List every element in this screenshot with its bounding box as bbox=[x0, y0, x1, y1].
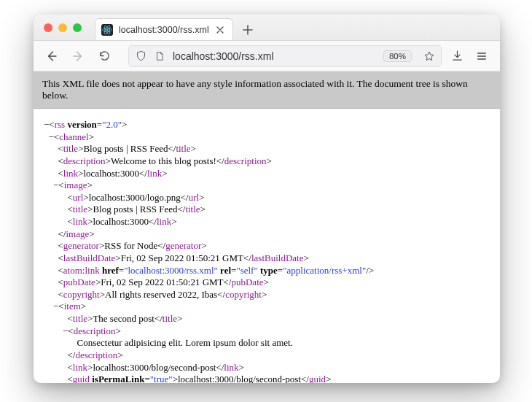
attr-type-val: "application/rss+xml" bbox=[283, 265, 366, 276]
attr-href: href bbox=[102, 265, 119, 276]
channel-title: Blog posts | RSS Feed bbox=[83, 143, 168, 154]
reload-button[interactable] bbox=[93, 45, 115, 67]
attr-ispermalink: isPermaLink bbox=[92, 374, 144, 383]
item-title: The second post bbox=[93, 313, 154, 324]
tab-title: localhost:3000/rss.xml bbox=[119, 25, 209, 35]
image-url: localhost:3000/logo.png bbox=[89, 192, 181, 203]
toolbar-right bbox=[446, 45, 493, 67]
last-build-date: Fri, 02 Sep 2022 01:50:21 GMT bbox=[121, 252, 243, 263]
copyright: All rights reserved 2022, Ibas bbox=[105, 289, 217, 300]
attr-ispermalink-val: "true" bbox=[150, 374, 173, 383]
attr-href-val: "localhost:3000/rss.xml" bbox=[124, 265, 218, 276]
url-bar[interactable]: localhost:3000/rss.xml 80% bbox=[128, 45, 442, 67]
maximize-window-button[interactable] bbox=[73, 23, 82, 32]
item-guid: localhost:3000/blog/second-post bbox=[178, 374, 301, 383]
close-window-button[interactable] bbox=[44, 23, 52, 32]
item-description: Consectetur adipisicing elit. Lorem ipsu… bbox=[77, 337, 293, 348]
browser-window: localhost:3000/rss.xml bbox=[34, 15, 500, 383]
tab-close-button[interactable] bbox=[215, 25, 225, 35]
channel-link: localhost:3000 bbox=[83, 168, 139, 179]
bookmark-star-icon[interactable] bbox=[423, 50, 435, 62]
attr-rel: rel bbox=[220, 265, 231, 276]
back-button[interactable] bbox=[41, 45, 63, 67]
channel-description: Welcome to this blog posts! bbox=[111, 155, 216, 166]
menu-button[interactable] bbox=[471, 45, 493, 67]
svg-point-3 bbox=[106, 28, 108, 30]
tab-bar: localhost:3000/rss.xml bbox=[34, 15, 500, 41]
image-title: Blog posts | RSS Feed bbox=[93, 204, 177, 214]
xml-info-banner: This XML file does not appear to have an… bbox=[34, 71, 500, 109]
generator: RSS for Node bbox=[104, 240, 157, 251]
zoom-indicator[interactable]: 80% bbox=[383, 50, 412, 62]
tab-active[interactable]: localhost:3000/rss.xml bbox=[95, 18, 233, 40]
minimize-window-button[interactable] bbox=[58, 23, 67, 32]
new-tab-button[interactable] bbox=[238, 20, 258, 40]
attr-version: version bbox=[67, 119, 96, 130]
favicon-react-icon bbox=[101, 24, 113, 36]
url-text: localhost:3000/rss.xml bbox=[173, 50, 372, 62]
tabs: localhost:3000/rss.xml bbox=[95, 15, 258, 40]
item-link: localhost:3000/blog/second-post bbox=[93, 362, 216, 373]
attr-type: type bbox=[260, 265, 278, 276]
toolbar: localhost:3000/rss.xml 80% bbox=[34, 41, 500, 71]
shield-icon bbox=[135, 50, 146, 61]
downloads-button[interactable] bbox=[446, 45, 468, 67]
image-link: localhost:3000 bbox=[93, 216, 149, 227]
xml-tree: −<rss version="2.0"> −<channel> <title>B… bbox=[34, 109, 500, 383]
window-controls bbox=[38, 15, 95, 40]
channel-pubdate: Fri, 02 Sep 2022 01:50:21 GMT bbox=[101, 277, 223, 287]
page-info-icon[interactable] bbox=[154, 51, 165, 61]
attr-rel-val: "self" bbox=[236, 265, 257, 276]
attr-version-val: "2.0" bbox=[102, 119, 122, 130]
forward-button[interactable] bbox=[67, 45, 89, 67]
